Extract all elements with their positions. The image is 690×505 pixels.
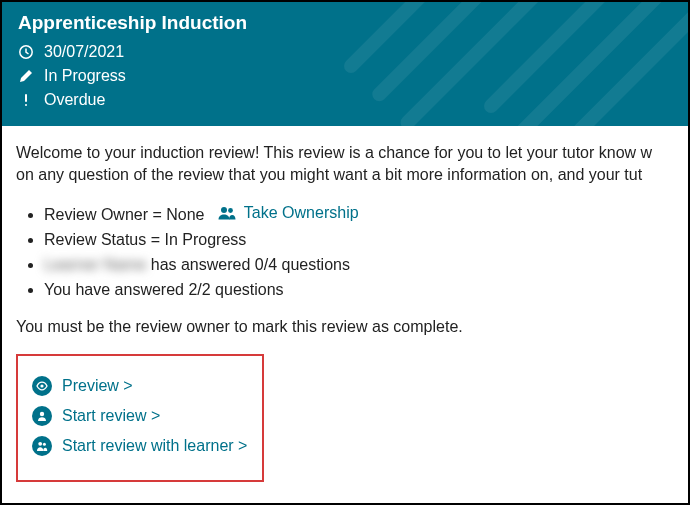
person-icon xyxy=(32,406,52,426)
meta-date-row: 30/07/2021 xyxy=(18,40,672,64)
start-with-learner-link[interactable]: Start review with learner > xyxy=(32,436,248,456)
meta-overdue-row: Overdue xyxy=(18,88,672,112)
intro-text: Welcome to your induction review! This r… xyxy=(16,142,674,187)
svg-point-7 xyxy=(38,442,42,446)
svg-rect-1 xyxy=(25,94,27,102)
status-value: In Progress xyxy=(165,231,247,248)
svg-point-4 xyxy=(228,208,233,213)
eye-icon xyxy=(32,376,52,396)
status-item: Review Status = In Progress xyxy=(44,228,674,253)
people-icon xyxy=(32,436,52,456)
meta-status-row: In Progress xyxy=(18,64,672,88)
you-answered-item: You have answered 2/2 questions xyxy=(44,278,674,303)
owner-label: Review Owner = xyxy=(44,206,166,223)
preview-link[interactable]: Preview > xyxy=(32,376,248,396)
review-status: In Progress xyxy=(44,64,126,88)
learner-name-blurred: Learner Name xyxy=(44,253,146,278)
learner-answered-item: Learner Name has answered 0/4 questions xyxy=(44,253,674,278)
review-header: Apprenticeship Induction 30/07/2021 In P… xyxy=(2,2,688,126)
start-review-label: Start review > xyxy=(62,407,160,425)
exclamation-icon xyxy=(18,92,34,108)
clock-icon xyxy=(18,44,34,60)
owner-value: None xyxy=(166,206,204,223)
learner-answered-text: has answered 0/4 questions xyxy=(146,256,350,273)
start-with-learner-label: Start review with learner > xyxy=(62,437,247,455)
status-list: Review Owner = None Take Ownership Revie xyxy=(16,201,674,303)
preview-label: Preview > xyxy=(62,377,133,395)
people-icon xyxy=(218,206,236,220)
review-date: 30/07/2021 xyxy=(44,40,124,64)
review-panel: Apprenticeship Induction 30/07/2021 In P… xyxy=(0,0,690,505)
actions-box: Preview > Start review > xyxy=(16,354,264,482)
pencil-icon xyxy=(18,68,34,84)
intro-line-1: Welcome to your induction review! This r… xyxy=(16,142,674,164)
status-label: Review Status = xyxy=(44,231,165,248)
svg-point-5 xyxy=(40,385,43,388)
svg-rect-2 xyxy=(25,104,27,106)
owner-item: Review Owner = None Take Ownership xyxy=(44,201,674,228)
owner-note: You must be the review owner to mark thi… xyxy=(16,318,674,336)
svg-point-8 xyxy=(43,443,46,446)
intro-line-2: on any question of the review that you m… xyxy=(16,164,674,186)
review-overdue: Overdue xyxy=(44,88,105,112)
take-ownership-link[interactable]: Take Ownership xyxy=(218,201,359,226)
svg-point-6 xyxy=(40,412,44,416)
review-content: Welcome to your induction review! This r… xyxy=(2,126,688,502)
start-review-link[interactable]: Start review > xyxy=(32,406,248,426)
review-title: Apprenticeship Induction xyxy=(18,12,672,34)
svg-point-3 xyxy=(221,207,227,213)
take-ownership-label: Take Ownership xyxy=(244,201,359,226)
